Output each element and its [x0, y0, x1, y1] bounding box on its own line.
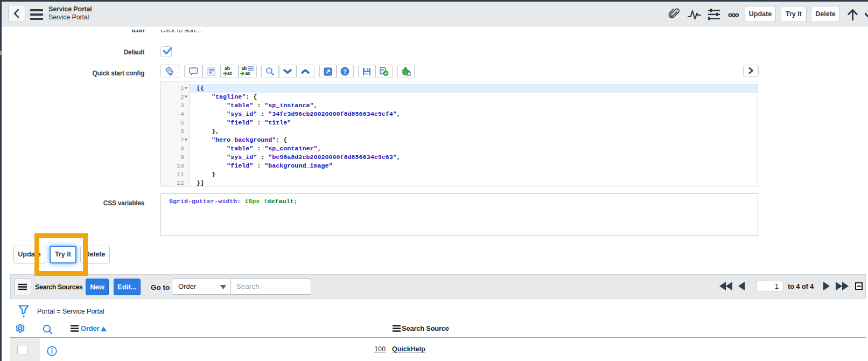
svg-text:?: ?	[343, 68, 347, 75]
